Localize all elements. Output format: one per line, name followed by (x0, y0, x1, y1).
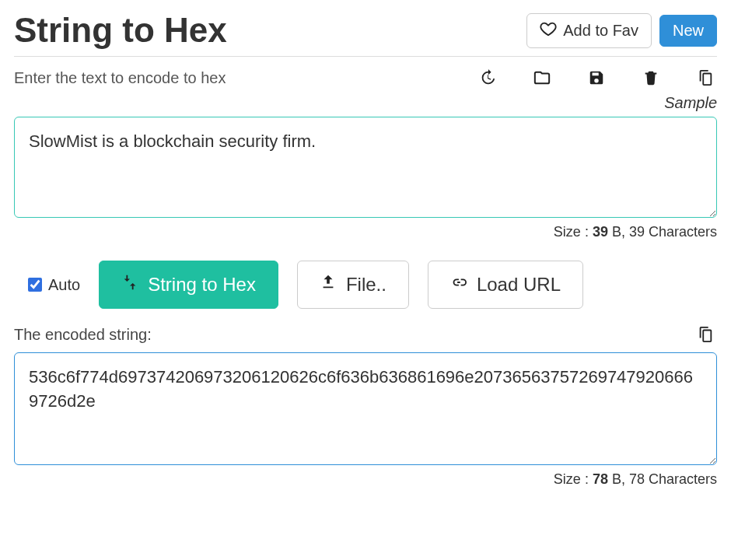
output-size: Size : 78 B, 78 Characters (14, 471, 717, 488)
link-icon (450, 274, 467, 296)
copy-icon[interactable] (694, 66, 717, 89)
input-textarea[interactable] (14, 117, 717, 218)
output-label: The encoded string: (14, 326, 152, 344)
action-row: Auto String to Hex File.. Load URL (14, 261, 717, 309)
input-toolbar (476, 66, 717, 89)
file-label: File.. (346, 274, 386, 296)
input-size-unit: B, (608, 224, 629, 240)
folder-icon[interactable] (530, 66, 554, 89)
output-size-prefix: Size : (554, 471, 593, 487)
output-size-unit: B, (608, 471, 629, 487)
trash-icon[interactable] (639, 66, 663, 89)
output-size-bytes: 78 (593, 471, 608, 487)
new-label: New (673, 22, 704, 40)
add-fav-label: Add to Fav (563, 22, 638, 40)
auto-label: Auto (48, 276, 80, 294)
history-icon[interactable] (476, 66, 499, 89)
input-size-prefix: Size : (554, 224, 593, 240)
auto-checkbox[interactable] (28, 278, 42, 292)
input-prompt: Enter the text to encode to hex (14, 69, 226, 87)
upload-icon (320, 274, 337, 296)
save-icon[interactable] (585, 66, 608, 89)
sample-link[interactable]: Sample (664, 94, 717, 111)
sample-row: Sample (14, 94, 717, 112)
file-button[interactable]: File.. (297, 261, 409, 309)
add-fav-button[interactable]: Add to Fav (526, 13, 652, 48)
output-size-chars: 78 Characters (629, 471, 717, 487)
divider (14, 56, 717, 57)
new-button[interactable]: New (659, 15, 717, 47)
load-url-label: Load URL (477, 274, 561, 296)
convert-label: String to Hex (148, 274, 256, 296)
transform-icon (121, 274, 138, 296)
load-url-button[interactable]: Load URL (428, 261, 583, 309)
input-size: Size : 39 B, 39 Characters (14, 224, 717, 240)
heart-icon (540, 20, 557, 41)
copy-output-icon[interactable] (694, 323, 717, 346)
header: String to Hex Add to Fav New (14, 11, 717, 56)
output-textarea[interactable]: 536c6f774d697374206973206120626c6f636b63… (14, 352, 717, 465)
page-title: String to Hex (14, 11, 227, 50)
output-label-row: The encoded string: (14, 323, 717, 346)
convert-button[interactable]: String to Hex (99, 261, 278, 309)
auto-checkbox-wrap[interactable]: Auto (28, 276, 80, 294)
header-actions: Add to Fav New (526, 13, 717, 48)
input-size-chars: 39 Characters (629, 224, 717, 240)
input-subhead: Enter the text to encode to hex (14, 66, 717, 89)
input-size-bytes: 39 (593, 224, 608, 240)
